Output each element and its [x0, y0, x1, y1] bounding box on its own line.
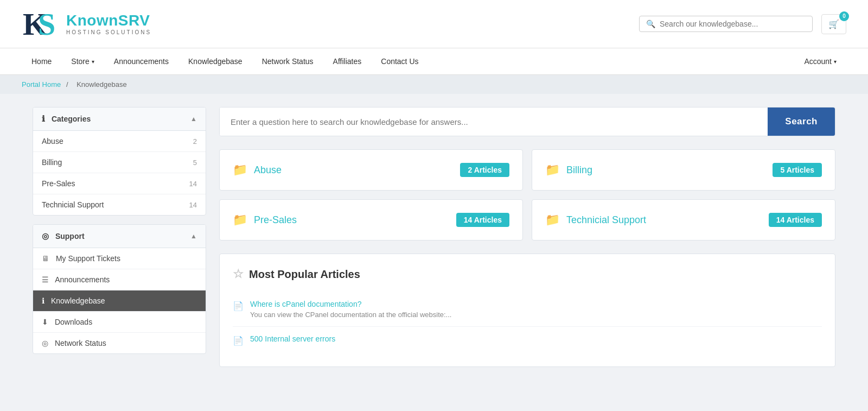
cat-card-billing[interactable]: 📁 Billing 5 Articles [532, 149, 835, 191]
nav-right: Account ▾ [794, 48, 846, 74]
sidebar-categories-header[interactable]: ℹ Categories ▲ [33, 108, 206, 131]
file-icon-0: 📄 [233, 301, 244, 311]
category-presales-label: Pre-Sales [42, 179, 75, 188]
brand-known: Known [66, 12, 118, 29]
info-icon: ℹ [42, 114, 45, 123]
article-title-1[interactable]: 500 Internal server errors [250, 334, 335, 343]
folder-icon-technical: 📁 [545, 213, 560, 227]
cat-name-presales: Pre-Sales [254, 214, 297, 226]
downloads-label: Downloads [55, 318, 92, 326]
cat-card-presales-left: 📁 Pre-Sales [233, 213, 297, 227]
category-presales-count: 14 [189, 180, 197, 188]
sidebar-support-left: ◎ Support [42, 231, 85, 241]
category-billing-label: Billing [42, 158, 62, 167]
nav-account[interactable]: Account ▾ [794, 48, 846, 74]
sidebar-support-tickets[interactable]: 🖥 My Support Tickets [33, 248, 206, 269]
support-chevron-icon: ▲ [190, 232, 197, 240]
file-icon-1: 📄 [233, 336, 244, 346]
popular-articles-section: ☆ Most Popular Articles 📄 Where is cPane… [219, 254, 835, 367]
folder-icon-abuse: 📁 [233, 163, 247, 177]
breadcrumb-separator: / [66, 80, 68, 88]
header-search-input[interactable] [660, 20, 806, 28]
svg-text:S: S [38, 7, 55, 41]
nav-bar: Home Store ▾ Announcements Knowledgebase… [0, 48, 868, 75]
search-icon: 🔍 [646, 20, 655, 28]
content-area: Search 📁 Abuse 2 Articles 📁 Billing 5 Ar… [219, 107, 835, 367]
knowledgebase-icon: ℹ [42, 296, 44, 305]
sidebar-categories-section: ℹ Categories ▲ Abuse 2 Billing 5 Pre-Sal… [33, 107, 206, 216]
logo-text: KnownSRV HOSTING SOLUTIONS [66, 12, 151, 35]
nav-knowledgebase[interactable]: Knowledgebase [178, 48, 252, 74]
announcements-icon: ☰ [42, 275, 49, 284]
tickets-icon: 🖥 [42, 254, 49, 263]
network-icon: ◎ [42, 339, 48, 347]
kb-search-input[interactable] [220, 108, 768, 136]
sidebar-support-announcements[interactable]: ☰ Announcements [33, 269, 206, 290]
nav-network-status[interactable]: Network Status [252, 48, 323, 74]
sidebar-categories-left: ℹ Categories [42, 114, 91, 124]
network-left: ◎ Network Status [42, 339, 106, 347]
downloads-left: ⬇ Downloads [42, 318, 92, 326]
knowledgebase-label: Knowledgebase [51, 296, 105, 305]
sidebar-support-section: ◎ Support ▲ 🖥 My Support Tickets ☰ Annou… [33, 224, 206, 354]
cat-card-technical[interactable]: 📁 Technicial Support 14 Articles [532, 199, 835, 241]
main-content: ℹ Categories ▲ Abuse 2 Billing 5 Pre-Sal… [11, 94, 857, 380]
nav-left: Home Store ▾ Announcements Knowledgebase… [22, 48, 429, 74]
sidebar-category-billing[interactable]: Billing 5 [33, 152, 206, 173]
header-search-bar[interactable]: 🔍 [639, 16, 813, 32]
categories-title-label: Categories [52, 115, 91, 123]
cat-name-technical: Technicial Support [566, 214, 646, 226]
logo-brand: KnownSRV [66, 12, 151, 29]
cat-badge-abuse: 2 Articles [460, 163, 509, 177]
cat-name-billing: Billing [566, 165, 592, 176]
nav-announcements[interactable]: Announcements [104, 48, 178, 74]
cat-card-billing-left: 📁 Billing [545, 163, 592, 177]
store-caret: ▾ [92, 59, 94, 65]
cat-name-abuse: Abuse [254, 165, 282, 176]
announcements-left: ☰ Announcements [42, 275, 110, 284]
sidebar-support-knowledgebase[interactable]: ℹ Knowledgebase [33, 290, 206, 312]
popular-title: ☆ Most Popular Articles [233, 267, 822, 281]
breadcrumb-portal-home[interactable]: Portal Home [22, 80, 61, 88]
breadcrumb: Portal Home / Knowledgebase [0, 75, 868, 94]
cat-card-technical-left: 📁 Technicial Support [545, 213, 646, 227]
sidebar: ℹ Categories ▲ Abuse 2 Billing 5 Pre-Sal… [33, 107, 206, 367]
sidebar-support-downloads[interactable]: ⬇ Downloads [33, 312, 206, 333]
article-item-0: 📄 Where is cPanel documentation? You can… [233, 292, 822, 327]
announcements-label: Announcements [55, 275, 110, 284]
nav-store[interactable]: Store ▾ [61, 48, 104, 74]
kb-search-button[interactable]: Search [768, 108, 835, 136]
breadcrumb-current: Knowledgebase [76, 80, 127, 88]
support-tickets-label: My Support Tickets [56, 254, 120, 263]
nav-contact-us[interactable]: Contact Us [371, 48, 428, 74]
sidebar-support-header[interactable]: ◎ Support ▲ [33, 225, 206, 248]
cart-badge: 0 [839, 11, 849, 21]
category-abuse-count: 2 [193, 137, 197, 146]
article-item-1: 📄 500 Internal server errors [233, 327, 822, 353]
header: K S KnownSRV HOSTING SOLUTIONS 🔍 🛒 0 [0, 0, 868, 48]
globe-icon: ◎ [42, 231, 49, 241]
cat-card-presales[interactable]: 📁 Pre-Sales 14 Articles [219, 199, 523, 241]
header-right: 🔍 🛒 0 [639, 14, 846, 34]
account-caret: ▾ [834, 59, 837, 65]
sidebar-category-technical[interactable]: Technicial Support 14 [33, 194, 206, 215]
article-body-0: Where is cPanel documentation? You can v… [250, 300, 451, 319]
cart-button[interactable]: 🛒 0 [821, 14, 846, 34]
article-title-0[interactable]: Where is cPanel documentation? [250, 300, 451, 308]
kb-search-box[interactable]: Search [219, 107, 835, 136]
sidebar-category-presales[interactable]: Pre-Sales 14 [33, 173, 206, 194]
nav-affiliates[interactable]: Affiliates [323, 48, 372, 74]
categories-chevron-icon: ▲ [190, 115, 197, 123]
cat-badge-technical: 14 Articles [769, 213, 822, 227]
cat-card-abuse[interactable]: 📁 Abuse 2 Articles [219, 149, 523, 191]
category-billing-count: 5 [193, 159, 197, 167]
nav-home[interactable]: Home [22, 48, 61, 74]
logo-area: K S KnownSRV HOSTING SOLUTIONS [22, 7, 151, 41]
support-title-label: Support [55, 232, 85, 241]
category-technical-count: 14 [189, 201, 197, 209]
sidebar-support-network[interactable]: ◎ Network Status [33, 333, 206, 353]
sidebar-category-abuse[interactable]: Abuse 2 [33, 131, 206, 152]
article-desc-0: You can view the CPanel documentation at… [250, 311, 451, 319]
logo-icon: K S [22, 7, 61, 41]
folder-icon-presales: 📁 [233, 213, 247, 227]
